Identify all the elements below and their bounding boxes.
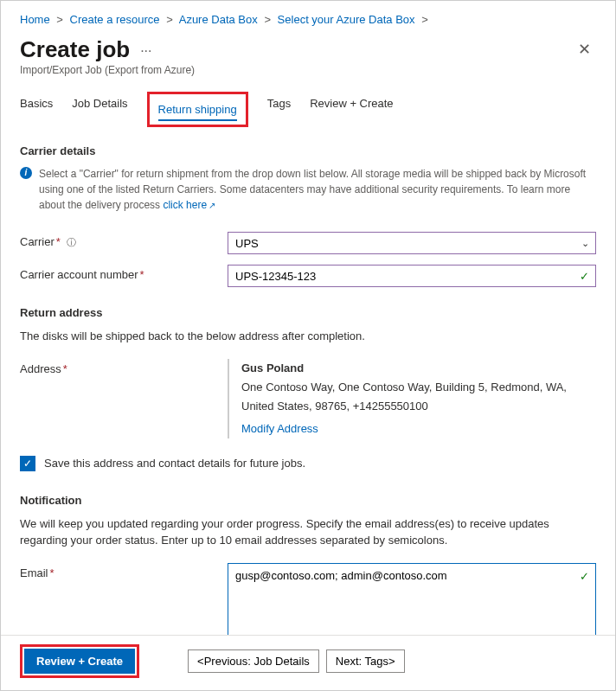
save-address-label: Save this address and contact details fo… xyxy=(44,457,305,470)
chevron-right-icon: > xyxy=(56,13,63,26)
notification-heading: Notification xyxy=(20,494,596,507)
tabs: Basics Job Details Return shipping Tags … xyxy=(20,92,596,127)
carrier-account-input[interactable] xyxy=(228,265,596,287)
chevron-right-icon: > xyxy=(421,13,428,26)
carrier-details-heading: Carrier details xyxy=(20,144,596,157)
carrier-account-label: Carrier account number* xyxy=(20,265,228,281)
next-button[interactable]: Next: Tags> xyxy=(326,649,405,673)
page-title: Create job xyxy=(20,36,130,63)
chevron-right-icon: > xyxy=(166,13,173,26)
footer: Review + Create <Previous: Job Details N… xyxy=(1,635,615,690)
external-link-icon: ↗ xyxy=(209,201,215,210)
notification-desc: We will keep you updated regarding your … xyxy=(20,515,596,549)
checkmark-icon: ✓ xyxy=(23,457,32,470)
page-subtitle: Import/Export Job (Export from Azure) xyxy=(20,64,596,76)
close-button[interactable]: ✕ xyxy=(573,35,596,64)
carrier-label: Carrier* ⓘ xyxy=(20,232,228,249)
close-icon: ✕ xyxy=(578,41,591,58)
return-address-heading: Return address xyxy=(20,306,596,319)
review-create-button[interactable]: Review + Create xyxy=(24,649,135,674)
tab-review-create[interactable]: Review + Create xyxy=(310,92,393,127)
info-icon: i xyxy=(20,167,32,179)
address-label: Address* xyxy=(20,359,228,375)
breadcrumb-data-box[interactable]: Azure Data Box xyxy=(179,13,258,26)
breadcrumb-select-data-box[interactable]: Select your Azure Data Box xyxy=(278,13,415,26)
checkmark-icon: ✓ xyxy=(580,570,589,583)
checkmark-icon: ✓ xyxy=(580,270,589,283)
chevron-right-icon: > xyxy=(264,13,271,26)
breadcrumb: Home > Create a resource > Azure Data Bo… xyxy=(20,13,596,26)
breadcrumb-home[interactable]: Home xyxy=(20,13,50,26)
tab-return-shipping[interactable]: Return shipping xyxy=(158,98,237,121)
email-textarea[interactable]: gusp@contoso.com; admin@contoso.com xyxy=(228,563,596,641)
address-full: One Contoso Way, One Contoso Way, Buildi… xyxy=(241,378,596,416)
carrier-info-text: Select a "Carrier" for return shipment f… xyxy=(39,168,586,211)
tab-basics[interactable]: Basics xyxy=(20,92,53,127)
email-label: Email* xyxy=(20,563,228,579)
breadcrumb-create-resource[interactable]: Create a resource xyxy=(70,13,160,26)
save-address-checkbox[interactable]: ✓ xyxy=(20,456,35,471)
carrier-info-link[interactable]: click here↗ xyxy=(163,199,215,211)
tab-job-details[interactable]: Job Details xyxy=(72,92,127,127)
carrier-select[interactable]: UPS xyxy=(228,232,596,254)
address-name: Gus Poland xyxy=(241,359,596,378)
more-actions-icon[interactable]: ··· xyxy=(140,43,151,59)
modify-address-link[interactable]: Modify Address xyxy=(241,419,318,438)
tab-tags[interactable]: Tags xyxy=(267,92,291,127)
return-address-desc: The disks will be shipped back to the be… xyxy=(20,328,596,345)
carrier-info-box: i Select a "Carrier" for return shipment… xyxy=(20,166,596,213)
help-icon[interactable]: ⓘ xyxy=(67,237,76,247)
previous-button[interactable]: <Previous: Job Details xyxy=(188,649,319,673)
